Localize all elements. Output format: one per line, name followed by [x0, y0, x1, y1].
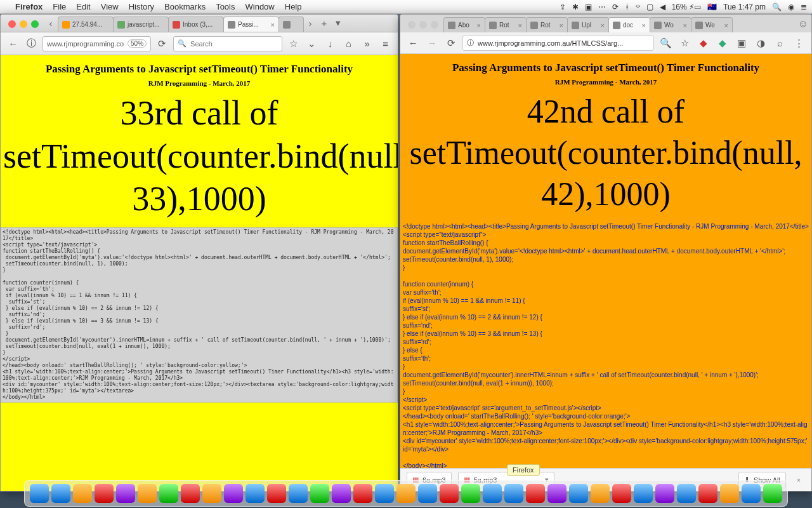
dock-app-icon[interactable] [461, 484, 480, 503]
new-tab-button[interactable]: + [317, 16, 331, 30]
tray-icon[interactable]: ▣ [585, 3, 592, 11]
close-tab-icon[interactable]: × [477, 22, 481, 29]
tray-icon[interactable]: ⇪ [560, 3, 566, 11]
dock-app-icon[interactable] [181, 484, 200, 503]
dock-app-icon[interactable] [73, 484, 92, 503]
dock-app-icon[interactable] [30, 484, 49, 503]
dock-app-icon[interactable] [440, 484, 459, 503]
siri-icon[interactable]: ◉ [788, 3, 794, 11]
dock-app-icon[interactable] [742, 484, 761, 503]
tray-icon[interactable]: ✱ [572, 3, 579, 11]
tab-rot2[interactable]: Rot× [526, 17, 568, 32]
dock-app-icon[interactable] [763, 484, 782, 503]
close-tab-icon[interactable]: × [683, 22, 687, 29]
tab-passing-args[interactable]: Passi...× [223, 17, 279, 32]
menu-view[interactable]: View [101, 2, 119, 11]
tray-icon[interactable]: ⋯ [598, 3, 606, 11]
url-bar[interactable]: ⓘ www.rjmprogramming.com.au/HTMLCSS/arg.… [462, 36, 654, 51]
tab-about[interactable]: Abo× [443, 17, 485, 32]
app-name[interactable]: Firefox [15, 2, 43, 11]
dock-app-icon[interactable] [202, 484, 221, 503]
zoom-indicator[interactable]: 50% [128, 39, 147, 48]
minimize-window-icon[interactable] [419, 21, 427, 29]
home-button[interactable]: ⌂ [341, 36, 356, 51]
tab-blank[interactable] [278, 17, 304, 32]
wifi-icon[interactable]: ⌔ [636, 3, 640, 11]
dock-app-icon[interactable] [483, 484, 502, 503]
zoom-lens-icon[interactable]: ⌕ [772, 36, 787, 51]
dock-app-icon[interactable] [138, 484, 157, 503]
close-tab-icon[interactable]: × [518, 22, 522, 29]
dock-app-icon[interactable] [526, 484, 545, 503]
reload-button[interactable]: ⟳ [443, 36, 459, 51]
dock-app-icon[interactable] [159, 484, 178, 503]
reload-button[interactable]: ⟳ [155, 36, 169, 51]
menu-window[interactable]: Window [246, 2, 275, 11]
zoom-icon[interactable]: 🔍 [658, 36, 673, 51]
close-tab-icon[interactable]: × [724, 22, 728, 29]
flag-icon[interactable]: 🇦🇺 [707, 3, 717, 11]
tray-icon[interactable]: ⟳ [612, 3, 619, 11]
overflow-button[interactable]: » [360, 36, 374, 51]
dock-app-icon[interactable] [375, 484, 394, 503]
dock-app-icon[interactable] [720, 484, 739, 503]
menu-bookmarks[interactable]: Bookmarks [164, 2, 206, 11]
bookmark-star-icon[interactable]: ☆ [286, 36, 301, 51]
tab-scroll-right-button[interactable]: › [303, 16, 317, 30]
bluetooth-icon[interactable]: ᚼ [625, 3, 629, 11]
dock-app-icon[interactable] [547, 484, 566, 503]
dock-app-icon[interactable] [569, 484, 588, 503]
dock-app-icon[interactable] [655, 484, 674, 503]
menu-history[interactable]: History [129, 2, 154, 11]
dock-app-icon[interactable] [591, 484, 610, 503]
volume-icon[interactable]: ◀ [660, 3, 665, 11]
dock-app-icon[interactable] [246, 484, 265, 503]
tab-phpmyadmin[interactable]: 27.54.94... [58, 17, 114, 32]
dock-app-icon[interactable] [95, 484, 114, 503]
extension-icon[interactable]: ◆ [696, 36, 711, 51]
dock-app-icon[interactable] [504, 484, 523, 503]
tab-we[interactable]: We× [691, 17, 733, 32]
tab-wo[interactable]: Wo× [650, 17, 691, 32]
url-bar[interactable]: www.rjmprogramming.co 50% [43, 36, 151, 51]
close-tab-icon[interactable]: × [601, 22, 605, 29]
dock-app-icon[interactable] [51, 484, 70, 503]
dock-app-icon[interactable] [634, 484, 653, 503]
pocket-icon[interactable]: ⌄ [304, 36, 319, 51]
dock-app-icon[interactable] [116, 484, 135, 503]
profile-icon[interactable]: ☺ [795, 16, 811, 32]
extension-icon[interactable]: ◆ [715, 36, 730, 51]
dock-app-icon[interactable] [289, 484, 308, 503]
dock-app-icon[interactable] [267, 484, 286, 503]
identity-icon[interactable]: ⓘ [24, 36, 39, 51]
close-tab-icon[interactable]: × [560, 22, 563, 29]
extension-icon[interactable]: ◑ [753, 36, 768, 51]
dock-app-icon[interactable] [353, 484, 372, 503]
site-info-icon[interactable]: ⓘ [467, 38, 474, 48]
search-input[interactable] [190, 40, 278, 48]
tab-upload[interactable]: Upl× [567, 17, 609, 32]
downloads-icon[interactable]: ↓ [323, 36, 337, 51]
extension-icon[interactable]: ▣ [734, 36, 749, 51]
menu-edit[interactable]: Edit [76, 2, 90, 11]
bookmark-star-icon[interactable]: ☆ [677, 36, 692, 51]
hamburger-menu-icon[interactable]: ≡ [378, 36, 393, 51]
tab-javascript[interactable]: javascript... [113, 17, 169, 32]
clock[interactable]: Tue 1:47 pm [723, 3, 766, 11]
menu-help[interactable]: Help [285, 2, 302, 11]
tab-rot1[interactable]: Rot× [485, 17, 527, 32]
close-window-icon[interactable] [408, 21, 416, 29]
back-button[interactable]: ← [6, 36, 20, 51]
dock-app-icon[interactable] [677, 484, 696, 503]
back-button[interactable]: ← [405, 36, 421, 51]
dock-app-icon[interactable] [396, 484, 416, 503]
tab-gmail[interactable]: Inbox (3,... [168, 17, 224, 32]
spotlight-icon[interactable]: 🔍 [772, 3, 782, 11]
menu-tools[interactable]: Tools [216, 2, 235, 11]
chrome-menu-icon[interactable]: ⋮ [791, 36, 806, 51]
dock-app-icon[interactable] [332, 484, 351, 503]
zoom-window-icon[interactable] [31, 20, 39, 28]
close-window-icon[interactable] [8, 20, 16, 28]
close-tab-icon[interactable]: × [642, 22, 646, 29]
dock-app-icon[interactable] [612, 484, 631, 503]
